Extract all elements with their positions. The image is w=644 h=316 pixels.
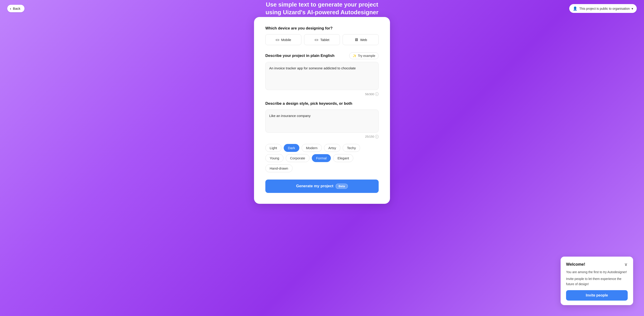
welcome-popup: Welcome! ∨ You are among the first to tr… [560,256,633,305]
style-section-label: Describe a design style, pick keywords, … [265,101,379,106]
welcome-header: Welcome! ∨ [566,262,628,267]
keyword-techy[interactable]: Techy [342,144,360,152]
tablet-icon: ▭ [314,37,318,42]
style-char-count: 25/150 i [265,135,379,138]
wand-icon: ✨ [352,54,356,58]
welcome-text: You are among the first to try Autodesig… [566,270,628,286]
keyword-formal[interactable]: Formal [312,154,331,162]
person-icon: 👤 [573,6,578,11]
device-mobile-label: Mobile [281,38,291,42]
header: ‹ Back Use simple text to generate your … [0,0,644,17]
try-example-button[interactable]: ✨ Try example [349,52,379,59]
keyword-artsy[interactable]: Artsy [324,144,340,152]
mobile-icon: ▭ [276,37,280,42]
device-mobile-button[interactable]: ▭ Mobile [265,34,302,45]
welcome-title: Welcome! [566,262,585,267]
try-example-label: Try example [358,54,375,58]
project-char-count: 56/300 i [265,92,379,96]
main-card: Which device are you designing for? ▭ Mo… [254,17,390,204]
device-tablet-button[interactable]: ▭ Tablet [304,34,340,45]
chevron-down-icon: ▾ [632,7,633,10]
device-section-label: Which device are you designing for? [265,26,379,30]
keyword-corporate[interactable]: Corporate [286,154,310,162]
keywords-row: Light Dark Modern Artsy Techy Young Corp… [265,144,379,172]
beta-badge: Beta [336,184,348,189]
keyword-hand-drawn[interactable]: Hand-drawn [265,164,292,172]
keyword-dark[interactable]: Dark [284,144,300,152]
style-info-icon[interactable]: i [375,135,379,138]
page-title: Use simple text to generate your project… [266,1,378,16]
keyword-light[interactable]: Light [265,144,282,152]
visibility-label: This project is public to organisation [579,7,630,10]
style-description-input[interactable]: Like an insurance company [265,110,379,132]
keyword-elegant[interactable]: Elegant [333,154,353,162]
invite-button[interactable]: Invite people [566,290,628,300]
generate-button[interactable]: Generate my project Beta [265,180,379,193]
device-web-button[interactable]: 🖥 Web [342,34,379,45]
keyword-young[interactable]: Young [265,154,284,162]
keyword-modern[interactable]: Modern [302,144,322,152]
device-tablet-label: Tablet [320,38,329,42]
info-icon[interactable]: i [375,92,379,96]
project-description-input[interactable]: An invoice tracker app for someone addic… [265,62,379,90]
chevron-left-icon: ‹ [10,7,11,10]
device-options: ▭ Mobile ▭ Tablet 🖥 Web [265,34,379,45]
back-button[interactable]: ‹ Back [7,5,24,12]
visibility-button[interactable]: 👤 This project is public to organisation… [569,4,637,13]
collapse-button[interactable]: ∨ [624,262,628,266]
device-web-label: Web [360,38,367,42]
describe-label: Describe your project in plain English [265,54,334,58]
web-icon: 🖥 [354,38,358,42]
back-label: Back [13,6,20,10]
generate-label: Generate my project [296,184,333,188]
describe-header: Describe your project in plain English ✨… [265,52,379,59]
